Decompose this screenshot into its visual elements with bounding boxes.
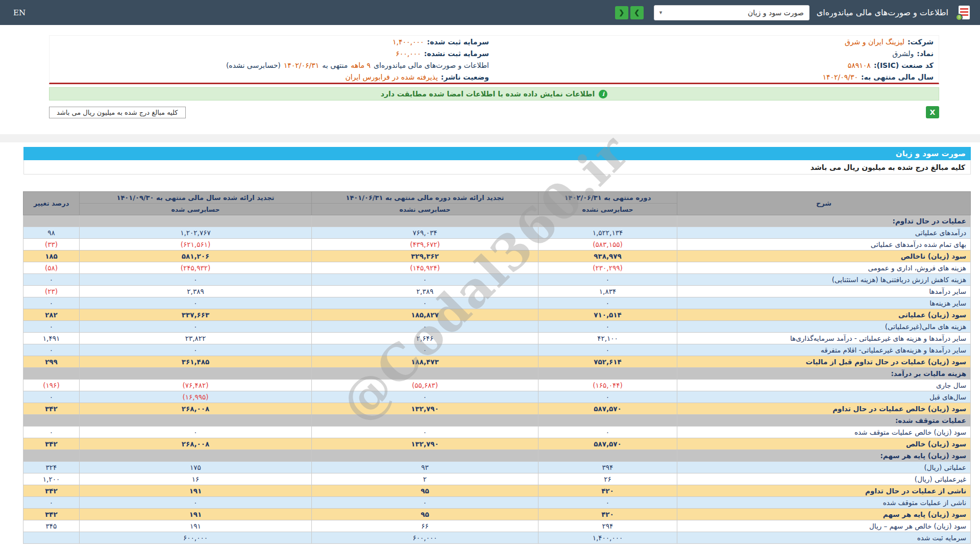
prev-report-button[interactable]: ❮ bbox=[615, 6, 628, 19]
row-value: ۱,۲۰۰ bbox=[23, 473, 80, 485]
issuer-status-label: وضعیت ناشر: bbox=[441, 73, 489, 81]
row-value: (۵۵,۶۸۳) bbox=[312, 380, 538, 391]
unregistered-capital-row: سرمایه ثبت نشده: ۶۰۰,۰۰۰ bbox=[50, 47, 494, 59]
table-row: سود (زیان) عملیات در حال تداوم قبل از ما… bbox=[23, 356, 971, 368]
row-value: ۲۸۲ bbox=[23, 309, 80, 321]
symbol-label: نماد: bbox=[917, 49, 934, 58]
income-statement-report: صورت سود و زیان کلیه مبالغ درج شده به می… bbox=[23, 147, 971, 544]
table-row: سود (زیان) خالص عملیات متوقف شده۰۰۰۰ bbox=[23, 427, 971, 438]
row-value: ۳۴۲ bbox=[23, 509, 80, 520]
row-value: ۱۸۵ bbox=[23, 251, 80, 262]
row-value bbox=[312, 450, 538, 462]
row-value: ۷۱۰,۵۱۴ bbox=[538, 309, 677, 321]
col-header-restated-period: تجدید ارائه شده دوره مالی منتهی به ۱۴۰۱/… bbox=[312, 192, 538, 204]
row-value: ۱۳۲,۷۹۰ bbox=[312, 403, 538, 415]
row-value: ۷۶۹,۰۳۴ bbox=[312, 227, 538, 239]
row-label: سال‌های قبل bbox=[677, 391, 971, 403]
row-value bbox=[538, 450, 677, 462]
report-title-bar: صورت سود و زیان bbox=[23, 147, 971, 160]
row-value: ۰ bbox=[312, 321, 538, 333]
row-value: ۴۲۰ bbox=[538, 485, 677, 497]
col-header-description: شرح bbox=[677, 192, 971, 215]
row-value: ۱۶ bbox=[80, 473, 312, 485]
report-type-select[interactable]: صورت سود و زیان ▾ bbox=[654, 5, 810, 20]
excel-export-icon[interactable]: X bbox=[926, 106, 939, 118]
row-value: ۲۶ bbox=[538, 473, 677, 485]
row-value: (۱۶,۹۹۵) bbox=[80, 391, 312, 403]
table-row: سود (زیان) خالص عملیات در حال تداوم۵۸۷,۵… bbox=[23, 403, 971, 415]
row-value: (۱۹۶) bbox=[23, 380, 80, 391]
industry-code-value: ۵۸۹۱۰۸ bbox=[848, 61, 871, 69]
row-label: عملیات در حال تداوم: bbox=[677, 215, 971, 227]
row-label: سود (زیان) ناخالص bbox=[677, 251, 971, 262]
row-value: ۲ bbox=[312, 473, 538, 485]
table-row: سایر درآمدها۱,۸۳۴۲,۳۸۹۲,۳۸۹(۲۳) bbox=[23, 286, 971, 297]
unregistered-capital-label: سرمایه ثبت نشده: bbox=[424, 49, 489, 58]
issuer-status-row: وضعیت ناشر: پذیرفته شده در فرابورس ایران bbox=[50, 71, 494, 83]
row-value bbox=[80, 415, 312, 427]
language-toggle[interactable]: EN bbox=[13, 8, 26, 17]
audit-status-restated-period: حسابرسی نشده bbox=[312, 204, 538, 215]
row-label: سود (زیان) خالص هر سهم – ریال bbox=[677, 520, 971, 532]
row-label: هزینه های مالی(غیرعملیاتی) bbox=[677, 321, 971, 333]
row-value: ۰ bbox=[80, 344, 312, 356]
row-value: ۱,۵۲۲,۱۳۴ bbox=[538, 227, 677, 239]
table-section-row: عملیات متوقف شده: bbox=[23, 415, 971, 427]
table-row: سود (زیان) عملیاتی۷۱۰,۵۱۴۱۸۵,۸۲۷۳۳۷,۶۶۳۲… bbox=[23, 309, 971, 321]
fiscal-year-row: سال مالی منتهی به: ۱۴۰۲/۰۹/۳۰ bbox=[494, 71, 939, 83]
row-label: سال جاری bbox=[677, 380, 971, 391]
table-row: سود (زیان) ناخالص۹۳۸,۹۷۹۳۲۹,۳۶۲۵۸۱,۲۰۶۱۸… bbox=[23, 251, 971, 262]
row-value: ۳۲۴ bbox=[23, 462, 80, 473]
audit-status-current: حسابرسی نشده bbox=[538, 204, 677, 215]
report-title: صورت سود و زیان bbox=[896, 149, 966, 158]
row-label: عملیات متوقف شده: bbox=[677, 415, 971, 427]
table-row: هزینه کاهش ارزش دریافتنی‌ها (هزینه استثن… bbox=[23, 274, 971, 286]
row-value: ۵۸۱,۲۰۶ bbox=[80, 251, 312, 262]
row-value: ۰ bbox=[23, 344, 80, 356]
col-header-percent-change: درصد تغییر bbox=[23, 192, 80, 215]
row-value: ۰ bbox=[23, 427, 80, 438]
table-row: سود (زیان) پایه هر سهم۴۲۰۹۵۱۹۱۳۴۲ bbox=[23, 509, 971, 520]
report-navigation: ❯ ❮ bbox=[615, 6, 644, 19]
refresh-badge-icon: i bbox=[955, 14, 963, 21]
table-row: بهای تمام شده درآمدهای عملیاتی(۵۸۳,۱۵۵)(… bbox=[23, 239, 971, 251]
company-row: شرکت: لیزینگ ایران و شرق bbox=[494, 36, 939, 47]
table-section-row: عملیات در حال تداوم: bbox=[23, 215, 971, 227]
table-row: ناشی از عملیات در حال تداوم۴۲۰۹۵۱۹۱۳۴۲ bbox=[23, 485, 971, 497]
capital-info-column: سرمایه ثبت شده: ۱,۴۰۰,۰۰۰ سرمایه ثبت نشد… bbox=[50, 36, 494, 83]
row-value: ۰ bbox=[80, 274, 312, 286]
next-report-button[interactable]: ❯ bbox=[630, 6, 644, 19]
row-label: سود (زیان) خالص عملیات در حال تداوم bbox=[677, 403, 971, 415]
table-row: سرمایه ثبت شده۱,۴۰۰,۰۰۰۶۰۰,۰۰۰۶۰۰,۰۰۰ bbox=[23, 532, 971, 544]
table-row: هزینه های فروش، اداری و عمومی(۲۳۰,۲۹۹)(۱… bbox=[23, 262, 971, 274]
row-value: (۵۸۳,۱۵۵) bbox=[538, 239, 677, 251]
row-value: (۲۳۰,۲۹۹) bbox=[538, 262, 677, 274]
industry-code-label: کد صنعت (ISIC): bbox=[874, 61, 934, 69]
industry-code-row: کد صنعت (ISIC): ۵۸۹۱۰۸ bbox=[494, 59, 939, 71]
row-value: (۱۶۵,۰۴۴) bbox=[538, 380, 677, 391]
chevron-down-icon: ▾ bbox=[659, 9, 663, 16]
fiscal-year-label: سال مالی منتهی به: bbox=[861, 73, 934, 81]
row-label: سود (زیان) عملیاتی bbox=[677, 309, 971, 321]
row-value: ۲,۳۸۹ bbox=[80, 286, 312, 297]
row-value bbox=[538, 215, 677, 227]
row-value: ۰ bbox=[538, 391, 677, 403]
row-value: ۴۲۰ bbox=[538, 509, 677, 520]
company-label: شرکت: bbox=[908, 38, 934, 46]
row-value bbox=[538, 368, 677, 380]
row-label: ناشی از عملیات در حال تداوم bbox=[677, 485, 971, 497]
row-value: ۳۹۴ bbox=[538, 462, 677, 473]
row-value: ۰ bbox=[80, 321, 312, 333]
company-name-value: لیزینگ ایران و شرق bbox=[845, 38, 904, 46]
row-value: ۱۳۲,۷۹۰ bbox=[312, 438, 538, 450]
row-label: سایر هزینه‌ها bbox=[677, 297, 971, 309]
row-value: ۰ bbox=[312, 344, 538, 356]
table-row: سود (زیان) خالص۵۸۷,۵۷۰۱۳۲,۷۹۰۲۶۸,۰۰۸۳۴۲ bbox=[23, 438, 971, 450]
row-value: ۶۰۰,۰۰۰ bbox=[80, 532, 312, 544]
symbol-value: ولشرق bbox=[892, 49, 914, 58]
row-value: ۳۳۷,۶۶۳ bbox=[80, 309, 312, 321]
row-value: ۹۵ bbox=[312, 485, 538, 497]
fiscal-year-value: ۱۴۰۲/۰۹/۳۰ bbox=[822, 73, 858, 81]
issuer-status-value: پذیرفته شده در فرابورس ایران bbox=[345, 73, 437, 81]
row-value: ۶۶ bbox=[312, 520, 538, 532]
